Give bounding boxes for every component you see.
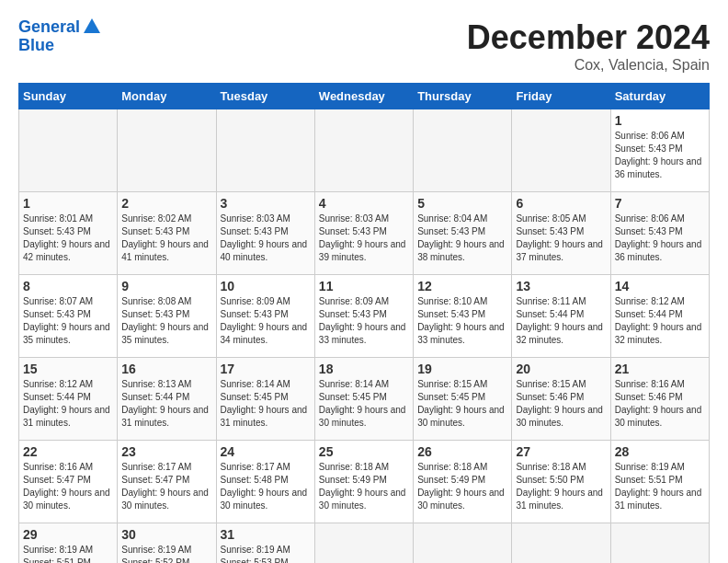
day-number: 12 (417, 279, 507, 293)
calendar-day-cell (610, 523, 709, 564)
day-number: 10 (221, 279, 311, 293)
calendar-day-cell: 15 Sunrise: 8:12 AMSunset: 5:44 PMDaylig… (19, 358, 118, 441)
logo-icon (82, 17, 102, 37)
calendar-day-cell (314, 109, 413, 192)
day-number: 1 (23, 196, 113, 211)
day-number: 30 (121, 527, 211, 542)
day-info: Sunrise: 8:18 AMSunset: 5:49 PMDaylight:… (319, 461, 409, 512)
day-number: 23 (121, 444, 211, 459)
calendar-day-cell: 30 Sunrise: 8:19 AMSunset: 5:52 PMDaylig… (118, 523, 216, 564)
day-info: Sunrise: 8:16 AMSunset: 5:46 PMDaylight:… (615, 378, 705, 430)
calendar-day-cell: 3 Sunrise: 8:03 AMSunset: 5:43 PMDayligh… (216, 192, 314, 275)
day-info: Sunrise: 8:14 AMSunset: 5:45 PMDaylight:… (319, 378, 409, 430)
calendar-day-cell: 25 Sunrise: 8:18 AMSunset: 5:49 PMDaylig… (314, 441, 413, 523)
day-number: 11 (319, 279, 409, 293)
calendar-day-cell (414, 523, 512, 564)
day-info: Sunrise: 8:16 AMSunset: 5:47 PMDaylight:… (23, 461, 113, 512)
calendar-day-cell: 14 Sunrise: 8:12 AMSunset: 5:44 PMDaylig… (610, 275, 709, 358)
calendar-day-cell (118, 109, 216, 192)
logo-text: General (18, 18, 80, 37)
day-number: 17 (221, 362, 311, 376)
day-number: 8 (23, 279, 113, 293)
day-info: Sunrise: 8:18 AMSunset: 5:50 PMDaylight:… (516, 461, 606, 512)
day-number: 5 (417, 196, 507, 211)
calendar-day-cell: 29 Sunrise: 8:19 AMSunset: 5:51 PMDaylig… (19, 523, 118, 564)
calendar-day-cell: 17 Sunrise: 8:14 AMSunset: 5:45 PMDaylig… (216, 358, 314, 441)
day-info: Sunrise: 8:09 AMSunset: 5:43 PMDaylight:… (319, 295, 409, 347)
calendar-day-cell: 2 Sunrise: 8:02 AMSunset: 5:43 PMDayligh… (118, 192, 216, 275)
logo-text2: Blue (18, 37, 102, 55)
days-of-week-row: SundayMondayTuesdayWednesdayThursdayFrid… (19, 84, 710, 109)
day-number: 13 (516, 279, 606, 293)
calendar-day-cell: 26 Sunrise: 8:18 AMSunset: 5:49 PMDaylig… (414, 441, 512, 523)
day-number: 1 (615, 113, 705, 128)
day-of-week-header: Friday (512, 84, 610, 109)
day-info: Sunrise: 8:13 AMSunset: 5:44 PMDaylight:… (121, 378, 211, 430)
day-number: 26 (417, 444, 507, 459)
calendar-day-cell (512, 109, 610, 192)
calendar-day-cell: 9 Sunrise: 8:08 AMSunset: 5:43 PMDayligh… (118, 275, 216, 358)
calendar-day-cell: 16 Sunrise: 8:13 AMSunset: 5:44 PMDaylig… (118, 358, 216, 441)
calendar-week-row: 8 Sunrise: 8:07 AMSunset: 5:43 PMDayligh… (19, 275, 710, 358)
calendar-table: SundayMondayTuesdayWednesdayThursdayFrid… (18, 83, 710, 563)
day-number: 16 (121, 362, 211, 376)
calendar-day-cell: 1 Sunrise: 8:06 AMSunset: 5:43 PMDayligh… (610, 109, 709, 192)
calendar-day-cell (216, 109, 314, 192)
day-info: Sunrise: 8:19 AMSunset: 5:51 PMDaylight:… (23, 544, 113, 563)
day-number: 15 (23, 362, 113, 376)
calendar-week-row: 29 Sunrise: 8:19 AMSunset: 5:51 PMDaylig… (19, 523, 710, 564)
calendar-day-cell: 23 Sunrise: 8:17 AMSunset: 5:47 PMDaylig… (118, 441, 216, 523)
day-number: 21 (615, 362, 705, 376)
calendar-day-cell: 8 Sunrise: 8:07 AMSunset: 5:43 PMDayligh… (19, 275, 118, 358)
calendar-week-row: 15 Sunrise: 8:12 AMSunset: 5:44 PMDaylig… (19, 358, 710, 441)
day-info: Sunrise: 8:12 AMSunset: 5:44 PMDaylight:… (23, 378, 113, 430)
day-number: 2 (121, 196, 211, 211)
day-info: Sunrise: 8:11 AMSunset: 5:44 PMDaylight:… (516, 295, 606, 347)
calendar-body: 1 Sunrise: 8:06 AMSunset: 5:43 PMDayligh… (19, 109, 710, 564)
calendar-day-cell (414, 109, 512, 192)
calendar-day-cell (314, 523, 413, 564)
day-info: Sunrise: 8:09 AMSunset: 5:43 PMDaylight:… (221, 295, 311, 347)
calendar-day-cell: 10 Sunrise: 8:09 AMSunset: 5:43 PMDaylig… (216, 275, 314, 358)
day-info: Sunrise: 8:15 AMSunset: 5:45 PMDaylight:… (417, 378, 507, 430)
day-info: Sunrise: 8:03 AMSunset: 5:43 PMDaylight:… (221, 213, 311, 264)
day-of-week-header: Wednesday (314, 84, 413, 109)
svg-marker-0 (84, 18, 100, 33)
day-number: 31 (221, 527, 311, 542)
day-info: Sunrise: 8:03 AMSunset: 5:43 PMDaylight:… (319, 213, 409, 264)
day-number: 14 (615, 279, 705, 293)
day-info: Sunrise: 8:19 AMSunset: 5:53 PMDaylight:… (221, 544, 311, 563)
day-number: 20 (516, 362, 606, 376)
day-info: Sunrise: 8:14 AMSunset: 5:45 PMDaylight:… (221, 378, 311, 430)
day-info: Sunrise: 8:12 AMSunset: 5:44 PMDaylight:… (615, 295, 705, 347)
day-info: Sunrise: 8:01 AMSunset: 5:43 PMDaylight:… (23, 213, 113, 264)
day-info: Sunrise: 8:19 AMSunset: 5:52 PMDaylight:… (121, 544, 211, 563)
calendar-day-cell: 18 Sunrise: 8:14 AMSunset: 5:45 PMDaylig… (314, 358, 413, 441)
day-number: 27 (516, 444, 606, 459)
day-info: Sunrise: 8:07 AMSunset: 5:43 PMDaylight:… (23, 295, 113, 347)
day-number: 7 (615, 196, 705, 211)
calendar-week-row: 1 Sunrise: 8:01 AMSunset: 5:43 PMDayligh… (19, 192, 710, 275)
day-number: 28 (615, 444, 705, 459)
day-info: Sunrise: 8:02 AMSunset: 5:43 PMDaylight:… (121, 213, 211, 264)
day-number: 4 (319, 196, 409, 211)
day-of-week-header: Monday (118, 84, 216, 109)
day-info: Sunrise: 8:05 AMSunset: 5:43 PMDaylight:… (516, 213, 606, 264)
day-of-week-header: Thursday (414, 84, 512, 109)
calendar-day-cell: 21 Sunrise: 8:16 AMSunset: 5:46 PMDaylig… (610, 358, 709, 441)
calendar-day-cell: 4 Sunrise: 8:03 AMSunset: 5:43 PMDayligh… (314, 192, 413, 275)
day-of-week-header: Saturday (610, 84, 709, 109)
day-info: Sunrise: 8:17 AMSunset: 5:47 PMDaylight:… (121, 461, 211, 512)
calendar-day-cell: 24 Sunrise: 8:17 AMSunset: 5:48 PMDaylig… (216, 441, 314, 523)
day-info: Sunrise: 8:06 AMSunset: 5:43 PMDaylight:… (615, 130, 705, 181)
logo: General Blue (18, 18, 102, 55)
day-info: Sunrise: 8:04 AMSunset: 5:43 PMDaylight:… (417, 213, 507, 264)
day-info: Sunrise: 8:17 AMSunset: 5:48 PMDaylight:… (221, 461, 311, 512)
title-block: December 2024 Cox, Valencia, Spain (467, 18, 710, 74)
calendar-day-cell: 22 Sunrise: 8:16 AMSunset: 5:47 PMDaylig… (19, 441, 118, 523)
location: Cox, Valencia, Spain (467, 57, 710, 74)
day-of-week-header: Tuesday (216, 84, 314, 109)
calendar-day-cell (512, 523, 610, 564)
day-number: 6 (516, 196, 606, 211)
day-number: 24 (221, 444, 311, 459)
